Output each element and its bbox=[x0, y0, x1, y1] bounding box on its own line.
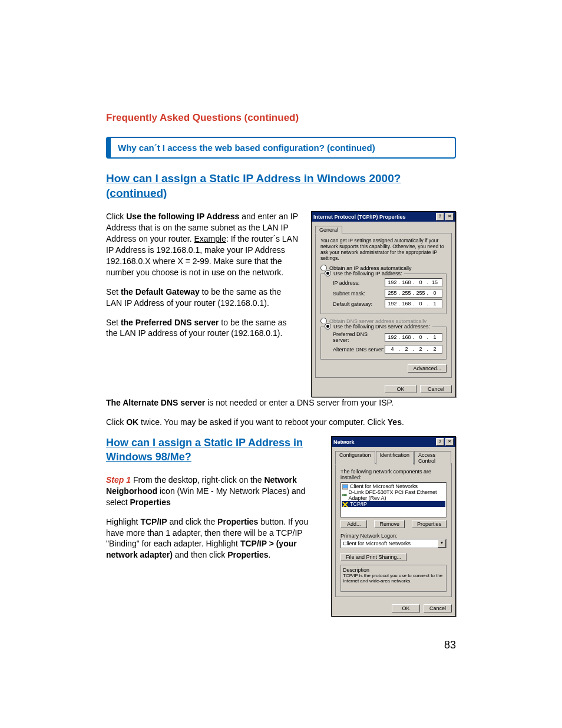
dialog-title: Network bbox=[333, 439, 355, 445]
tab-access-control[interactable]: Access Control bbox=[414, 451, 451, 465]
description-box: Description TCP/IP is the protocol you u… bbox=[340, 565, 447, 592]
description-label: Description bbox=[343, 567, 444, 573]
network-dialog: Network ? × Configuration Identification… bbox=[331, 436, 456, 617]
cancel-button[interactable]: Cancel bbox=[424, 604, 452, 612]
list-item[interactable]: D-Link DFE-530TX PCI Fast Ethernet Adapt… bbox=[342, 489, 445, 501]
paragraph: Click OK twice. You may be asked if you … bbox=[106, 417, 456, 428]
label-default-gateway: Default gateway: bbox=[333, 301, 385, 307]
label-preferred-dns: Preferred DNS server: bbox=[333, 331, 385, 343]
ok-button[interactable]: OK bbox=[385, 385, 416, 393]
tcpip-properties-dialog: Internet Protocol (TCP/IP) Properties ? … bbox=[311, 211, 456, 397]
tab-general[interactable]: General bbox=[315, 226, 342, 234]
paragraph: Highlight TCP/IP and click the Propertie… bbox=[106, 516, 319, 561]
svg-rect-3 bbox=[343, 495, 344, 496]
add-button[interactable]: Add... bbox=[340, 520, 367, 528]
paragraph: Step 1 From the desktop, right-click on … bbox=[106, 475, 319, 508]
file-print-sharing-button[interactable]: File and Print Sharing... bbox=[340, 553, 406, 561]
step-label: Step 1 bbox=[106, 475, 131, 485]
input-alternate-dns[interactable]: 4222 bbox=[385, 345, 442, 354]
help-icon[interactable]: ? bbox=[436, 213, 444, 220]
dialog-titlebar: Network ? × bbox=[332, 437, 455, 447]
label-ip-address: IP address: bbox=[333, 280, 385, 286]
input-subnet-mask[interactable]: 2552552550 bbox=[385, 289, 442, 298]
adapter-icon bbox=[342, 493, 347, 498]
protocol-icon bbox=[342, 502, 348, 507]
components-listbox[interactable]: Client for Microsoft Networks D-Link DFE… bbox=[340, 482, 447, 518]
remove-button[interactable]: Remove bbox=[374, 520, 405, 528]
paragraph: Click Use the following IP Address and e… bbox=[106, 211, 299, 278]
radio-use-following-ip[interactable]: Use the following IP address: bbox=[325, 270, 404, 276]
paragraph: The Alternate DNS server is not needed o… bbox=[106, 397, 456, 409]
primary-logon-dropdown[interactable]: Client for Microsoft Networks ▼ bbox=[340, 539, 447, 548]
close-icon[interactable]: × bbox=[445, 213, 454, 220]
input-preferred-dns[interactable]: 19216801 bbox=[385, 333, 442, 342]
components-label: The following network components are ins… bbox=[340, 469, 447, 480]
paragraph: Set the Default Gateway to be the same a… bbox=[106, 286, 299, 309]
subheading-win98: How can I assign a Static IP Address in … bbox=[106, 436, 319, 464]
properties-button[interactable]: Properties bbox=[412, 520, 447, 528]
input-default-gateway[interactable]: 19216801 bbox=[385, 299, 442, 308]
advanced-button[interactable]: Advanced... bbox=[408, 364, 447, 373]
description-text: TCP/IP is the protocol you use to connec… bbox=[343, 573, 444, 584]
section-win98: How can I assign a Static IP Address in … bbox=[106, 436, 456, 617]
ok-button[interactable]: OK bbox=[392, 604, 420, 612]
label-subnet-mask: Subnet mask: bbox=[333, 291, 385, 297]
cancel-button[interactable]: Cancel bbox=[420, 385, 452, 393]
subheading-win2000: How can I assign a Static IP Address in … bbox=[106, 172, 456, 200]
list-item[interactable]: Client for Microsoft Networks bbox=[342, 483, 445, 489]
list-item-selected[interactable]: TCP/IP bbox=[342, 501, 445, 507]
svg-rect-1 bbox=[343, 485, 348, 488]
radio-use-following-dns[interactable]: Use the following DNS server addresses: bbox=[325, 323, 432, 330]
tab-identification[interactable]: Identification bbox=[376, 451, 414, 465]
chevron-down-icon: ▼ bbox=[438, 539, 446, 548]
paragraph: Set the Preferred DNS server to be the s… bbox=[106, 317, 299, 340]
label-alternate-dns: Alternate DNS server: bbox=[333, 347, 385, 353]
client-icon bbox=[342, 484, 348, 489]
dialog-description: You can get IP settings assigned automat… bbox=[320, 238, 447, 261]
question-bar: Why can´t I access the web based configu… bbox=[106, 137, 456, 159]
primary-logon-label: Primary Network Logon: bbox=[340, 533, 447, 539]
help-icon[interactable]: ? bbox=[436, 438, 444, 446]
close-icon[interactable]: × bbox=[445, 438, 454, 446]
page-number: 83 bbox=[444, 639, 456, 651]
dialog-titlebar: Internet Protocol (TCP/IP) Properties ? … bbox=[312, 212, 455, 222]
document-page: Frequently Asked Questions (continued) W… bbox=[0, 0, 562, 728]
dialog-title: Internet Protocol (TCP/IP) Properties bbox=[313, 214, 406, 220]
faq-section-title: Frequently Asked Questions (continued) bbox=[106, 112, 456, 124]
tab-configuration[interactable]: Configuration bbox=[335, 451, 375, 465]
input-ip-address[interactable]: 192168015 bbox=[385, 278, 442, 287]
section-win2000: Click Use the following IP Address and e… bbox=[106, 211, 456, 397]
